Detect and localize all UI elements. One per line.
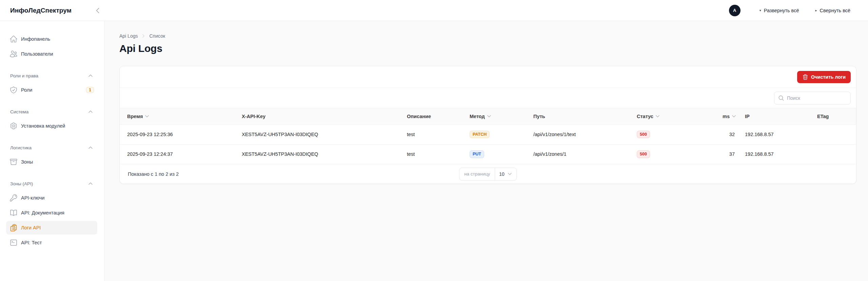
cell-etag	[817, 125, 856, 144]
sidebar-item-zones[interactable]: Зоны	[6, 155, 97, 169]
sidebar-group-label: Роли и права	[10, 73, 38, 78]
trash-icon	[802, 74, 808, 80]
home-icon	[9, 35, 18, 43]
brand-logo: ИнфоЛедСпектрум	[10, 7, 72, 14]
sidebar-item-label: Инфопанель	[21, 36, 50, 42]
method-badge: PUT	[470, 150, 484, 158]
table-row[interactable]: 2025-09-23 12:24:37 XEST5AVZ-UH5TP3AN-I0…	[120, 144, 856, 164]
table-row[interactable]: 2025-09-23 12:25:36 XEST5AVZ-UH5TP3AN-I0…	[120, 125, 856, 144]
api-logs-table-card: Очистить логи	[119, 66, 856, 184]
chevron-down-icon	[507, 171, 512, 176]
per-page-control: на страницу 10	[459, 168, 517, 181]
column-header-status[interactable]: Статус	[637, 108, 723, 125]
sidebar-collapse-button[interactable]	[94, 7, 101, 14]
sidebar-group-label: Логистика	[10, 145, 32, 150]
users-icon	[9, 50, 18, 58]
breadcrumb-current: Список	[149, 33, 165, 39]
chevron-right-icon	[141, 34, 146, 38]
sidebar-group-roles: Роли и права Роли 1	[6, 72, 97, 97]
column-header-time[interactable]: Время	[120, 108, 242, 125]
cell-ip: 192.168.8.57	[745, 144, 817, 164]
sidebar-item-modules[interactable]: Установка модулей	[6, 119, 97, 133]
sidebar-item-users[interactable]: Пользователи	[6, 47, 97, 61]
sidebar-item-api-test[interactable]: API: Тест	[6, 236, 97, 249]
sidebar-item-label: Логи API	[21, 225, 41, 230]
api-logs-table: Время X-API-Key Описание Метод Путь Стат…	[120, 108, 856, 164]
sidebar-item-dashboard[interactable]: Инфопанель	[6, 32, 97, 46]
sidebar-item-label: API: Тест	[21, 240, 42, 245]
cell-description: test	[407, 144, 470, 164]
roles-count-badge: 1	[86, 87, 94, 93]
triangle-right-icon: ▸	[815, 9, 817, 12]
per-page-select[interactable]: 10	[495, 168, 516, 180]
cell-status: 500	[637, 144, 723, 164]
column-label: IP	[745, 114, 750, 119]
sidebar-group-toggle[interactable]: Логистика	[6, 144, 97, 151]
sidebar-group-label: Система	[10, 109, 28, 114]
chevron-up-icon	[88, 109, 93, 114]
page-title: Api Logs	[119, 43, 856, 54]
command-line-icon	[9, 239, 18, 247]
sidebar-group-logistics: Логистика Зоны	[6, 144, 97, 169]
triangle-down-icon: ▾	[760, 9, 761, 12]
cell-etag	[817, 144, 856, 164]
column-label: ms	[723, 114, 730, 119]
cell-api-key: XEST5AVZ-UH5TP3AN-I03DIQEQ	[242, 144, 407, 164]
sidebar-group-zones-api: Зоны (API) API-ключи API: Документация	[6, 180, 97, 249]
sort-chevron-down-icon	[655, 114, 660, 119]
column-label: ETag	[817, 114, 829, 119]
per-page-value: 10	[499, 171, 505, 177]
table-toolbar: Очистить логи	[120, 66, 856, 88]
gear-icon	[9, 122, 18, 130]
sidebar-group-toggle[interactable]: Система	[6, 108, 97, 115]
clear-logs-button[interactable]: Очистить логи	[797, 71, 851, 83]
chevron-up-icon	[88, 145, 93, 150]
table-search-row	[120, 88, 856, 108]
collapse-all-button[interactable]: ▸ Свернуть всё	[815, 8, 850, 13]
status-badge: 500	[637, 150, 650, 158]
clear-logs-label: Очистить логи	[811, 74, 846, 80]
sidebar-item-label: Роли	[21, 87, 32, 93]
chevron-left-icon	[94, 7, 101, 14]
method-badge: PATCH	[470, 131, 490, 138]
sidebar-item-label: Установка модулей	[21, 123, 65, 129]
column-header-method[interactable]: Метод	[470, 108, 533, 125]
cell-ip: 192.168.8.57	[745, 125, 817, 144]
search-input[interactable]	[787, 95, 847, 101]
chevron-up-icon	[88, 73, 93, 78]
records-summary: Показано с 1 по 2 из 2	[128, 171, 459, 177]
shield-check-icon	[9, 86, 18, 94]
sidebar: Инфопанель Пользователи Роли и права Рол…	[0, 21, 104, 281]
column-label: Время	[127, 114, 143, 119]
cell-path: /api/v1/zones/1	[533, 144, 637, 164]
cell-status: 500	[637, 125, 723, 144]
sidebar-group-toggle[interactable]: Зоны (API)	[6, 180, 97, 187]
archive-box-icon	[9, 158, 18, 166]
cell-ms: 37	[723, 144, 745, 164]
sidebar-group-toggle[interactable]: Роли и права	[6, 72, 97, 79]
column-header-ms[interactable]: ms	[723, 108, 745, 125]
expand-all-button[interactable]: ▾ Развернуть всё	[760, 8, 799, 13]
sidebar-item-api-docs[interactable]: API: Документация	[6, 206, 97, 220]
cell-api-key: XEST5AVZ-UH5TP3AN-I03DIQEQ	[242, 125, 407, 144]
cell-description: test	[407, 125, 470, 144]
column-label: Метод	[470, 114, 485, 119]
cell-ms: 32	[723, 125, 745, 144]
sidebar-item-api-keys[interactable]: API-ключи	[6, 191, 97, 205]
sidebar-item-roles[interactable]: Роли 1	[6, 83, 97, 97]
sort-chevron-down-icon	[144, 114, 150, 119]
column-header-path: Путь	[533, 108, 637, 125]
sort-chevron-down-icon	[731, 114, 736, 119]
column-label: X-API-Key	[242, 114, 265, 119]
avatar[interactable]: A	[729, 5, 741, 16]
search-box[interactable]	[774, 92, 851, 105]
status-badge: 500	[637, 131, 650, 138]
sidebar-item-label: Зоны	[21, 159, 33, 165]
cell-time: 2025-09-23 12:24:37	[120, 144, 242, 164]
cell-method: PATCH	[470, 125, 533, 144]
column-header-api-key: X-API-Key	[242, 108, 407, 125]
main-content: Api Logs Список Api Logs Очистить логи	[104, 21, 868, 281]
breadcrumb-parent[interactable]: Api Logs	[119, 33, 138, 39]
sidebar-item-api-logs[interactable]: Логи API	[6, 221, 97, 235]
cell-method: PUT	[470, 144, 533, 164]
